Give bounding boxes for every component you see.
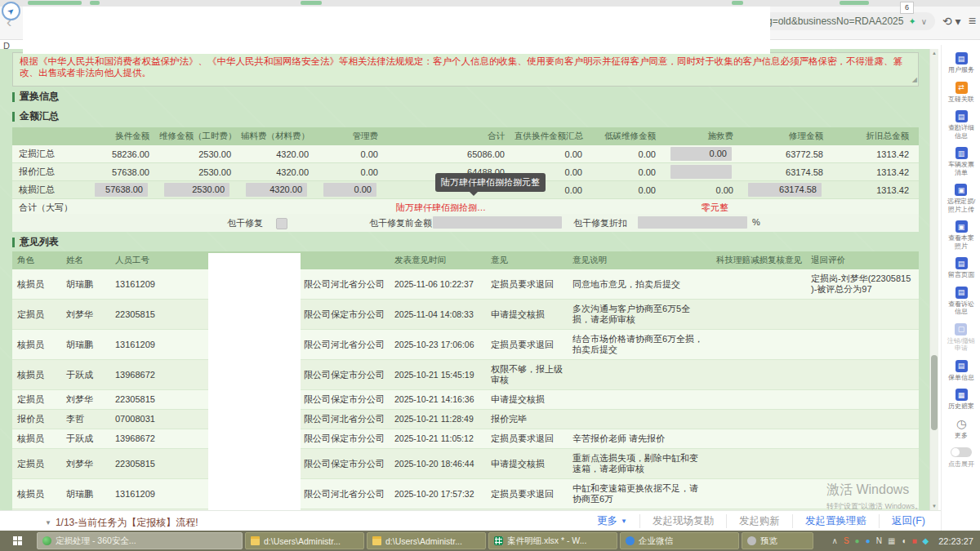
sidebar-item[interactable]: ▣查看本案照片 <box>948 220 974 250</box>
spark-icon: ✦ <box>908 16 915 27</box>
opinion-cell-role: 定损员 <box>12 449 61 479</box>
opinion-cell-time: 2025-10-23 17:06:06 <box>390 330 486 360</box>
scroll-up-icon[interactable]: ▲ <box>930 49 938 57</box>
start-button[interactable] <box>0 531 34 551</box>
resize-grip-icon[interactable]: ◢ <box>912 74 917 86</box>
taskbar-button[interactable]: 定损处理 - 360安全... <box>37 532 243 549</box>
action-link[interactable]: 返回(F) <box>879 514 938 528</box>
baogan-discount-label: 包干修复折扣 <box>573 217 627 229</box>
amount-input[interactable]: 63174.58 <box>748 183 822 197</box>
scrollbar-thumb[interactable] <box>931 355 938 430</box>
taskbar-button[interactable]: 案件明细.xlsx * - W... <box>488 532 617 549</box>
redaction-overlay <box>23 7 770 54</box>
amount-input[interactable]: 2530.00 <box>164 183 229 197</box>
amount-cell: 2530.00 <box>159 145 241 163</box>
tray-icon[interactable]: ◖ <box>901 537 906 545</box>
sidebar-item-label: 车辆发票 <box>948 161 974 169</box>
sidebar-item[interactable]: ▤留言页面 <box>948 257 974 279</box>
taskbar-button[interactable]: d:\Users\Administr... <box>245 532 364 549</box>
sidebar-item[interactable]: ▤保单信息 <box>948 360 974 382</box>
opinion-col-header: 角色 <box>12 251 61 269</box>
amount-cell: 1313.42 <box>833 163 919 181</box>
sidebar-item-label: 申请 <box>955 344 968 353</box>
opinion-cell-review <box>711 360 806 390</box>
opinion-cell-opinion: 定损员要求退回 <box>486 479 568 509</box>
opinion-cell-role: 核损员 <box>12 429 61 449</box>
chevron-down-icon[interactable]: ∨ <box>921 17 927 26</box>
tray-icon[interactable]: ● <box>866 537 871 545</box>
sidebar-item[interactable]: ▤查勘详细信息 <box>948 110 974 140</box>
opinion-cell-name: 刘梦华 <box>61 390 110 410</box>
baogan-pre-amount-input[interactable] <box>433 216 562 229</box>
tab-fragment[interactable] <box>840 1 869 5</box>
amount-cell: 4320.00 <box>241 181 318 199</box>
sidebar-item-label: 照片 <box>955 242 968 251</box>
action-link[interactable]: 发起购新 <box>726 514 792 528</box>
action-link[interactable]: 更多▼ <box>585 514 639 528</box>
sidebar-item[interactable]: ◷更多 <box>955 418 968 440</box>
tray-icon[interactable]: ■ <box>911 537 916 545</box>
sidebar-item[interactable]: ▦历史赔案 <box>948 389 974 411</box>
tray-icon[interactable]: N <box>876 537 882 545</box>
opinion-cell-name: 胡瑞鹏 <box>61 269 110 300</box>
amount-input[interactable]: 0.00 <box>323 183 376 197</box>
toggle-switch[interactable] <box>951 447 972 457</box>
taskbar-button[interactable]: 企业微信 <box>620 532 739 549</box>
baogan-repair-checkbox[interactable] <box>276 218 287 229</box>
tab-fragment[interactable] <box>732 1 743 5</box>
opinion-cell-role: 核损员 <box>12 330 61 360</box>
sidebar-item-label: 留言页面 <box>948 271 974 279</box>
scroll-down-icon[interactable]: ▼ <box>930 502 938 510</box>
sidebar-item[interactable]: ▤用户服务 <box>948 52 974 74</box>
panel-icon: ⇄ <box>956 82 968 94</box>
extension-badge[interactable]: 6 <box>900 2 914 14</box>
privacy-notice-textarea[interactable]: 根据《中华人民共和国消费者权益保护法》、《中华人民共和国网络安全法》等相关法律法… <box>12 52 919 87</box>
amount-col-header: 折旧总金额 <box>833 127 919 145</box>
opinion-cell-review <box>711 330 806 360</box>
action-link[interactable]: 发起置换理赔 <box>792 514 879 528</box>
taskbar-button[interactable]: d:\Users\Administr... <box>367 532 486 549</box>
opinion-cell-opinion: 定损员要求退回 <box>486 429 568 449</box>
section-opinion-list: 意见列表 <box>12 235 59 249</box>
page-scrollbar[interactable]: ▲ ▼ <box>929 49 938 510</box>
amount-col-header: 合计 <box>388 127 514 145</box>
sidebar-item[interactable]: ▥车辆发票清单 <box>948 147 974 176</box>
action-link[interactable]: 发起现场复勘 <box>639 514 726 528</box>
opinion-cell-opinion: 申请提交核损 <box>486 449 568 479</box>
tab-fragment[interactable] <box>90 1 100 5</box>
menu-icon[interactable]: ≡ <box>969 14 975 29</box>
caret-down-icon[interactable]: ▼ <box>45 519 51 527</box>
amount-col-header: 辅料费（材料费） <box>241 127 318 145</box>
baogan-discount-input[interactable] <box>638 216 747 229</box>
tray-icon[interactable]: ● <box>855 537 860 545</box>
refresh-icon[interactable]: ⟲ ▾ <box>942 15 961 28</box>
opinion-cell-detail: 同意地市意见，拍卖后提交 <box>568 269 711 300</box>
amount-cell: 2530.00 <box>159 163 241 181</box>
opinion-col-header: 意见说明 <box>568 251 711 269</box>
tab-fragment[interactable] <box>301 1 322 5</box>
opinion-cell-emp_id: 07008031 <box>110 410 179 429</box>
tray-icon[interactable]: S <box>844 537 849 545</box>
tray-icon[interactable]: ▦ <box>888 537 895 545</box>
sidebar-item[interactable]: ▣远程定损/照片上传 <box>947 184 975 213</box>
amount-input[interactable]: 4320.00 <box>246 183 307 197</box>
browser-logo-icon[interactable]: ➤ <box>2 2 20 20</box>
opinion-col-header: 姓名 <box>61 251 110 269</box>
amount-input[interactable]: 0.00 <box>670 147 732 161</box>
amount-input[interactable]: 57638.00 <box>95 183 148 197</box>
sidebar-item[interactable]: ⇄互碰关联 <box>948 82 974 104</box>
sidebar-toggle[interactable]: 点击展开 <box>948 447 974 469</box>
sidebar-item[interactable]: ▤查看诉讼信息 <box>948 287 974 316</box>
opinion-cell-role: 核损员 <box>12 269 61 300</box>
sidebar-item[interactable]: ▢注销/撤销申请 <box>947 323 975 353</box>
tray-icon[interactable]: ◆ <box>922 537 929 545</box>
opinion-cell-emp_id: 13161209 <box>110 330 179 360</box>
tray-icon[interactable]: ∧ <box>832 537 838 545</box>
opinion-cell-name: 胡瑞鹏 <box>61 330 110 360</box>
taskbar-button[interactable]: 预览 <box>742 532 813 549</box>
amount-cell: 1313.42 <box>833 181 919 199</box>
tab-fragment[interactable] <box>28 1 82 5</box>
amount-input[interactable] <box>670 165 732 179</box>
clock[interactable]: 22:23:27 <box>938 536 973 546</box>
amount-cell: 0.00 <box>592 145 666 163</box>
